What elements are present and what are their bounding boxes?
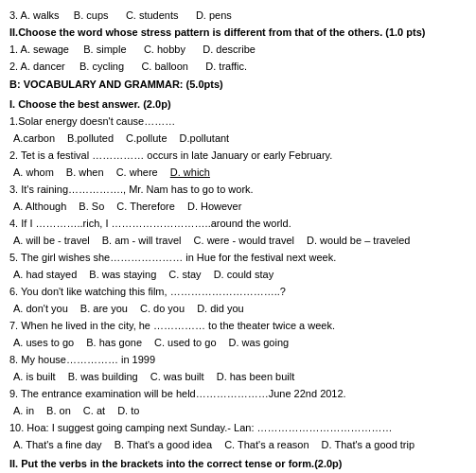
q10-hoa-text: 10. Hoa: I suggest going camping next Su… xyxy=(9,422,393,433)
q9-exam-line: 9. The entrance examination will be held… xyxy=(9,386,467,402)
q5-d: D. could stay xyxy=(214,267,274,283)
section2-title: II.Choose the word whose stress pattern … xyxy=(9,25,467,41)
q3-b: B. So xyxy=(79,199,104,215)
section-ii-title: II. Put the verbs in the brackets into t… xyxy=(9,456,467,472)
q3-rain-options: A. Although B. So C. Therefore D. Howeve… xyxy=(13,199,467,215)
q10-b: B. That's a good idea xyxy=(115,437,212,453)
q6-c: C. do you xyxy=(140,301,185,317)
stress-q1: 1. A. sewage B. simple C. hobby D. descr… xyxy=(9,42,467,58)
q5-girl-options: A. had stayed B. was staying C. stay D. … xyxy=(13,267,467,283)
section-ii-verbs: II. Put the verbs in the brackets into t… xyxy=(9,456,467,473)
q9-d: D. to xyxy=(117,403,139,419)
q8-house-line: 8. My house…………… in 1999 xyxy=(9,352,467,368)
q1-solar-text: 1.Solar energy doesn't cause……… xyxy=(9,115,175,127)
q5-girl-text: 5. The girl wishes she………………… in Hue for… xyxy=(9,252,336,263)
q9-a: A. in xyxy=(13,403,34,419)
q2-c: C. where xyxy=(116,165,158,181)
q2-a: A. whom xyxy=(13,165,54,181)
q4-c: C. were - would travel xyxy=(194,233,294,249)
q2-tet-line: 2. Tet is a festival …………… occurs in lat… xyxy=(9,148,467,164)
q10-hoa-line: 10. Hoa: I suggest going camping next Su… xyxy=(9,420,467,436)
stress-q2-b: B. cycling xyxy=(79,61,124,72)
section-i-title: I. Choose the best answer. (2.0p) xyxy=(9,96,467,113)
q4-if-text: 4. If I …………..rich, I ………………………..around … xyxy=(9,218,291,229)
q7-city-text: 7. When he lived in the city, he …………… t… xyxy=(9,320,335,331)
stress-q2: 2. A. dancer B. cycling C. balloon D. tr… xyxy=(9,59,467,75)
q3-rain-text: 3. It's raining……………., Mr. Nam has to go… xyxy=(9,184,254,195)
q9-c: C. at xyxy=(83,403,105,419)
q8-c: C. was built xyxy=(150,369,204,385)
q10-hoa-options: A. That's a fine day B. That's a good id… xyxy=(13,437,467,453)
q8-house-text: 8. My house…………… in 1999 xyxy=(9,354,155,365)
q8-b: B. was building xyxy=(68,369,138,385)
q9-exam-text: 9. The entrance examination will be held… xyxy=(9,388,346,399)
section-b: B: VOCABULARY AND GRAMMAR: (5.0pts) I. C… xyxy=(9,77,467,452)
q1-solar-options: A.carbon B.polluted C.pollute D.pollutan… xyxy=(13,131,467,147)
q1-solar-line: 1.Solar energy doesn't cause……… xyxy=(9,114,467,130)
prev-q3-d: D. pens xyxy=(196,9,232,21)
q4-if-line: 4. If I …………..rich, I ………………………..around … xyxy=(9,216,467,232)
q7-city-line: 7. When he lived in the city, he …………… t… xyxy=(9,318,467,334)
q10-d: D. That's a good trip xyxy=(322,437,415,453)
q2-d-underline: D. which xyxy=(170,166,210,178)
q6-film-text: 6. You don't like watching this film, ……… xyxy=(9,286,286,297)
section2-stress: II.Choose the word whose stress pattern … xyxy=(9,25,467,75)
q9-exam-options: A. in B. on C. at D. to xyxy=(13,403,467,419)
q6-film-line: 6. You don't like watching this film, ……… xyxy=(9,284,467,300)
q4-d: D. would be – traveled xyxy=(307,233,410,249)
prev-q3-a: 3. A. walks xyxy=(9,9,60,21)
q3-d: D. However xyxy=(187,199,241,215)
q3-c: C. Therefore xyxy=(116,199,175,215)
stress-q2-d: D. traffic. xyxy=(205,61,247,72)
q4-a: A. will be - travel xyxy=(13,233,90,249)
q9-b: B. on xyxy=(46,403,71,419)
q6-d: D. did you xyxy=(197,301,244,317)
q8-a: A. is built xyxy=(13,369,56,385)
stress-q2-a: 2. A. dancer xyxy=(9,61,65,72)
stress-q1-a: 1. A. sewage xyxy=(9,44,69,55)
q2-tet-text: 2. Tet is a festival …………… occurs in lat… xyxy=(9,149,332,161)
q6-a: A. don't you xyxy=(13,301,68,317)
q7-a: A. uses to go xyxy=(13,335,74,351)
q1-b: B.polluted xyxy=(67,131,114,147)
q7-c: C. used to go xyxy=(154,335,216,351)
content-wrapper: 3. A. walks B. cups C. students D. pens … xyxy=(9,8,467,473)
q5-a: A. had stayed xyxy=(13,267,77,283)
stress-q2-c: C. balloon xyxy=(141,61,188,72)
q7-b: B. has gone xyxy=(86,335,142,351)
q5-girl-line: 5. The girl wishes she………………… in Hue for… xyxy=(9,250,467,266)
q7-d: D. was going xyxy=(229,335,290,351)
q5-b: B. was staying xyxy=(89,267,156,283)
q6-b: B. are you xyxy=(80,301,128,317)
prev-q3-c: C. students xyxy=(126,9,179,21)
prev-q3: 3. A. walks B. cups C. students D. pens xyxy=(9,8,467,24)
stress-q1-d: D. describe xyxy=(203,44,256,55)
q2-tet-options: A. whom B. when C. where D. which xyxy=(13,165,467,181)
q4-if-options: A. will be - travel B. am - will travel … xyxy=(13,233,467,249)
q7-city-options: A. uses to go B. has gone C. used to go … xyxy=(13,335,467,351)
q1-d: D.pollutant xyxy=(180,131,230,147)
q8-d: D. has been built xyxy=(217,369,295,385)
section-b-title: B: VOCABULARY AND GRAMMAR: (5.0pts) xyxy=(9,77,467,93)
q10-c: C. That's a reason xyxy=(224,437,309,453)
prev-q3-b: B. cups xyxy=(74,9,109,21)
q3-a: A. Although xyxy=(13,199,66,215)
q10-a: A. That's a fine day xyxy=(13,437,102,453)
q5-c: C. stay xyxy=(168,267,201,283)
q4-b: B. am - will travel xyxy=(102,233,182,249)
q2-d: D. which xyxy=(170,165,210,181)
q1-c: C.pollute xyxy=(126,131,167,147)
q8-house-options: A. is built B. was building C. was built… xyxy=(13,369,467,385)
q6-film-options: A. don't you B. are you C. do you D. did… xyxy=(13,301,467,317)
q1-a: A.carbon xyxy=(13,131,55,147)
stress-q1-c: C. hobby xyxy=(144,44,185,55)
q2-b: B. when xyxy=(66,165,104,181)
q3-rain-line: 3. It's raining……………., Mr. Nam has to go… xyxy=(9,182,467,198)
stress-q1-b: B. simple xyxy=(83,44,126,55)
